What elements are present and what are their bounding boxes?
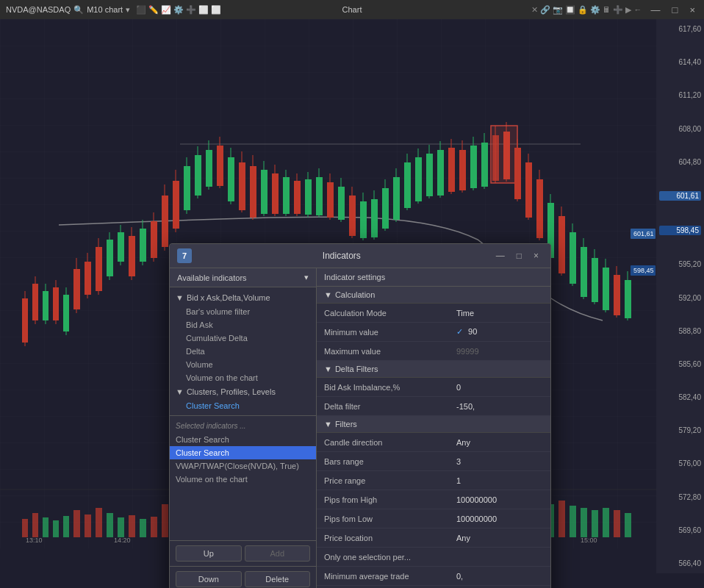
row-only-one-selection: Only one selection per...: [317, 548, 550, 567]
value-pips-from-low[interactable]: 100000000: [456, 514, 543, 523]
indicator-tree[interactable]: ▼ Bid x Ask,Delta,Volume Bar's volume fi…: [170, 287, 316, 540]
value-bars-range[interactable]: 3: [456, 457, 543, 466]
tree-item-volume-on-chart[interactable]: Volume on the chart: [170, 371, 316, 384]
dialog-body: Available indicators ▾ ▼ Bid x Ask,Delta…: [170, 268, 550, 588]
toolbar-right-icons: ✕ 🔗 📷 🔲 🔒 ⚙️ 🖩 ➕ ▶ ←: [531, 5, 642, 15]
row-bid-ask-imbalance: Bid Ask Imbalance,% 0: [317, 378, 550, 397]
svg-rect-133: [151, 517, 157, 537]
chevron-icon: ▼: [176, 387, 184, 396]
add-button[interactable]: Add: [245, 545, 311, 562]
dialog-minimize-button[interactable]: —: [492, 249, 509, 262]
tree-group-label: Clusters, Profiles, Levels: [187, 387, 276, 396]
min-value-number[interactable]: 90: [468, 327, 477, 336]
value-price-range[interactable]: 1: [456, 476, 543, 485]
section-calculation[interactable]: ▼ Calculation: [317, 287, 550, 304]
selected-indicators-label: Selected indicators ...: [170, 419, 316, 433]
tree-item-bars-volume[interactable]: Bar's volume filter: [170, 305, 316, 318]
svg-text:15:00: 15:00: [581, 537, 597, 544]
label-only-one-selection: Only one selection per...: [324, 553, 456, 562]
tree-item-delta[interactable]: Delta: [170, 345, 316, 358]
value-delta-filter[interactable]: -150,: [456, 402, 543, 411]
svg-rect-170: [558, 501, 565, 537]
price-axis: 617,60 614,40 611,20 608,00 604,80 601,6…: [656, 19, 704, 573]
label-price-location: Price location: [324, 534, 456, 542]
value-price-location[interactable]: Any: [456, 534, 543, 542]
tree-group-clusters[interactable]: ▼ Clusters, Profiles, Levels: [170, 384, 316, 399]
close-button[interactable]: ×: [686, 3, 698, 17]
label-price-range: Price range: [324, 476, 456, 485]
price-label: 608,00: [659, 125, 701, 133]
svg-rect-125: [63, 516, 69, 537]
svg-rect-129: [107, 513, 113, 537]
svg-text:13:10: 13:10: [26, 537, 43, 544]
row-pips-from-high: Pips from High 100000000: [317, 490, 550, 509]
collapse-icon: ▼: [324, 290, 332, 299]
section-delta-filters[interactable]: ▼ Delta Filters: [317, 361, 550, 378]
label-max-value: Maximum value: [324, 347, 456, 356]
chart-area: 601,61 598,45: [0, 19, 704, 588]
svg-rect-94: [491, 126, 517, 183]
section-label: Delta Filters: [335, 365, 378, 373]
svg-rect-130: [118, 517, 124, 537]
tree-group-bid-ask[interactable]: ▼ Bid x Ask,Delta,Volume: [170, 290, 316, 305]
row-price-range: Price range 1: [317, 471, 550, 490]
left-panel-buttons-2: Down Delete: [170, 566, 316, 588]
svg-rect-176: [625, 513, 631, 537]
symbol-label: NVDA@NASDAQ: [6, 5, 71, 14]
selected-item-cluster-search-1[interactable]: Cluster Search: [170, 433, 316, 446]
row-pips-from-low: Pips fom Low 100000000: [317, 509, 550, 528]
selected-item-cluster-search-2[interactable]: Cluster Search: [170, 446, 316, 459]
svg-text:14:20: 14:20: [114, 537, 131, 544]
price-label: 569,60: [659, 526, 701, 534]
maximize-button[interactable]: □: [669, 3, 681, 17]
value-bid-ask-imbalance[interactable]: 0: [456, 383, 543, 392]
price-label: 604,80: [659, 158, 701, 166]
chart-type-label: M10 chart: [87, 5, 123, 14]
svg-rect-122: [32, 513, 38, 537]
window-title: Chart: [342, 5, 362, 14]
up-button[interactable]: Up: [176, 545, 242, 562]
tree-item-volume[interactable]: Volume: [170, 358, 316, 371]
tree-item-bid-ask[interactable]: Bid Ask: [170, 318, 316, 331]
svg-text:601,61: 601,61: [633, 230, 654, 237]
selected-item-vwap[interactable]: VWAP/TWAP(Close(NVDA), True): [170, 459, 316, 473]
value-calculation-mode[interactable]: Time: [456, 309, 543, 318]
value-max-value[interactable]: 99999: [456, 347, 543, 356]
delete-button[interactable]: Delete: [245, 571, 311, 587]
tree-item-cluster-search[interactable]: Cluster Search: [170, 399, 316, 412]
settings-content[interactable]: ▼ Calculation Calculation Mode Time Mini…: [317, 287, 550, 588]
svg-rect-126: [73, 510, 80, 537]
dialog-title-bar: 7 Indicators — □ ×: [170, 244, 550, 268]
chevron-down-icon[interactable]: ▾: [126, 5, 130, 15]
value-candle-direction[interactable]: Any: [456, 438, 543, 447]
available-indicators-header: Available indicators ▾: [170, 268, 316, 287]
row-min-value: Minimum value ✓ 90: [317, 323, 550, 342]
price-label: 617,60: [659, 25, 701, 33]
value-min-avg-trade[interactable]: 0,: [456, 572, 543, 581]
dialog-close-button[interactable]: ×: [529, 249, 543, 262]
dropdown-arrow-icon[interactable]: ▾: [304, 273, 309, 282]
label-candle-direction: Candle direction: [324, 438, 456, 447]
minimize-button[interactable]: —: [648, 3, 664, 17]
svg-rect-124: [53, 520, 59, 537]
label-bars-range: Bars range: [324, 457, 456, 466]
down-button[interactable]: Down: [176, 571, 242, 587]
label-delta-filter: Delta filter: [324, 402, 456, 411]
dialog-maximize-button[interactable]: □: [512, 249, 526, 262]
left-panel: Available indicators ▾ ▼ Bid x Ask,Delta…: [170, 268, 317, 588]
collapse-icon: ▼: [324, 365, 332, 373]
tree-item-cumulative-delta[interactable]: Cumulative Delta: [170, 331, 316, 345]
row-max-value: Maximum value 99999: [317, 342, 550, 361]
value-min-value: ✓ 90: [456, 327, 543, 337]
indicators-dialog: 7 Indicators — □ × Available indicators …: [169, 243, 551, 588]
value-pips-from-high[interactable]: 100000000: [456, 495, 543, 504]
title-bar-controls: ✕ 🔗 📷 🔲 🔒 ⚙️ 🖩 ➕ ▶ ← — □ ×: [531, 3, 698, 17]
section-filters[interactable]: ▼ Filters: [317, 416, 550, 433]
row-price-location: Price location Any: [317, 528, 550, 548]
search-icon[interactable]: 🔍: [73, 5, 84, 15]
svg-rect-123: [43, 517, 49, 537]
left-panel-buttons: Up Add: [170, 540, 316, 566]
selected-item-volume-chart[interactable]: Volume on the chart: [170, 473, 316, 486]
row-delta-filter: Delta filter -150,: [317, 397, 550, 416]
price-label: 592,00: [659, 294, 701, 302]
